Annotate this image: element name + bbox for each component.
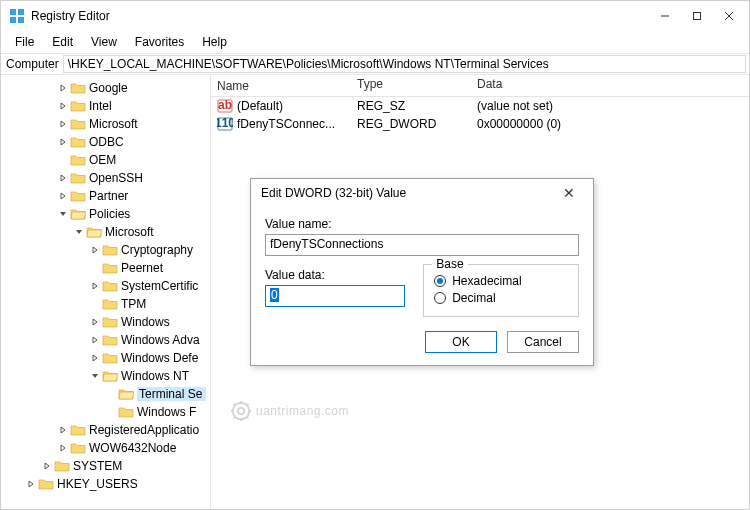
radio-decimal[interactable]: Decimal	[434, 291, 568, 305]
value-data-input[interactable]: 0	[265, 285, 405, 307]
tree-item[interactable]: TPM	[3, 295, 210, 313]
tree-item-label: Policies	[89, 207, 130, 221]
tree-item[interactable]: Policies	[3, 205, 210, 223]
chevron-down-icon[interactable]	[73, 228, 85, 236]
tree-item-label: Microsoft	[89, 117, 138, 131]
tree-item[interactable]: Windows Defe	[3, 349, 210, 367]
value-data-text: 0	[270, 288, 279, 302]
svg-text:110: 110	[217, 116, 233, 130]
close-icon[interactable]: ✕	[555, 181, 583, 205]
tree-item-label: SYSTEM	[73, 459, 122, 473]
menu-file[interactable]: File	[7, 33, 42, 51]
folder-icon	[70, 441, 86, 455]
chevron-right-icon[interactable]	[57, 120, 69, 128]
tree-item[interactable]: ODBC	[3, 133, 210, 151]
close-button[interactable]	[709, 1, 749, 31]
chevron-down-icon[interactable]	[57, 210, 69, 218]
tree-item-label: OpenSSH	[89, 171, 143, 185]
tree-item-label: SystemCertific	[121, 279, 198, 293]
value-name-label: Value name:	[265, 217, 579, 231]
address-input[interactable]: \HKEY_LOCAL_MACHINE\SOFTWARE\Policies\Mi…	[63, 55, 746, 73]
tree-item-label: Windows	[121, 315, 170, 329]
chevron-right-icon[interactable]	[89, 318, 101, 326]
tree-item[interactable]: Intel	[3, 97, 210, 115]
tree-item-label: Windows Adva	[121, 333, 200, 347]
tree-item[interactable]: OEM	[3, 151, 210, 169]
chevron-right-icon[interactable]	[57, 444, 69, 452]
tree-view[interactable]: GoogleIntelMicrosoftODBCOEMOpenSSHPartne…	[1, 75, 211, 509]
chevron-right-icon[interactable]	[57, 102, 69, 110]
chevron-right-icon[interactable]	[89, 246, 101, 254]
col-name[interactable]: Name	[211, 75, 351, 96]
chevron-right-icon[interactable]	[89, 336, 101, 344]
tree-item[interactable]: Windows Adva	[3, 331, 210, 349]
chevron-right-icon[interactable]	[41, 462, 53, 470]
chevron-right-icon[interactable]	[89, 354, 101, 362]
cell-type: REG_DWORD	[351, 117, 471, 131]
tree-item[interactable]: RegisteredApplicatio	[3, 421, 210, 439]
chevron-right-icon[interactable]	[57, 192, 69, 200]
string-icon: ab	[217, 98, 233, 114]
folder-icon	[118, 387, 134, 401]
tree-item[interactable]: Partner	[3, 187, 210, 205]
tree-item[interactable]: SystemCertific	[3, 277, 210, 295]
tree-item-label: Intel	[89, 99, 112, 113]
tree-item-label: Google	[89, 81, 128, 95]
tree-item-label: Partner	[89, 189, 128, 203]
folder-icon	[102, 351, 118, 365]
folder-icon	[102, 279, 118, 293]
folder-icon	[70, 117, 86, 131]
cell-type: REG_SZ	[351, 99, 471, 113]
tree-item[interactable]: Windows NT	[3, 367, 210, 385]
svg-rect-0	[10, 9, 16, 15]
tree-item[interactable]: OpenSSH	[3, 169, 210, 187]
tree-item[interactable]: Peernet	[3, 259, 210, 277]
radio-icon	[434, 275, 446, 287]
dialog-buttons: OK Cancel	[265, 331, 579, 353]
chevron-right-icon[interactable]	[57, 84, 69, 92]
tree-item-label: Windows Defe	[121, 351, 198, 365]
tree-item[interactable]: Microsoft	[3, 223, 210, 241]
menu-favorites[interactable]: Favorites	[127, 33, 192, 51]
menu-help[interactable]: Help	[194, 33, 235, 51]
tree-item[interactable]: WOW6432Node	[3, 439, 210, 457]
folder-icon	[102, 261, 118, 275]
app-icon	[9, 8, 25, 24]
tree-item-label: ODBC	[89, 135, 124, 149]
tree-item[interactable]: HKEY_USERS	[3, 475, 210, 493]
menu-edit[interactable]: Edit	[44, 33, 81, 51]
cell-name: fDenyTSConnec...	[237, 117, 335, 131]
cancel-button[interactable]: Cancel	[507, 331, 579, 353]
list-row[interactable]: 110fDenyTSConnec...REG_DWORD0x00000000 (…	[211, 115, 749, 133]
tree-item[interactable]: Microsoft	[3, 115, 210, 133]
chevron-right-icon[interactable]	[25, 480, 37, 488]
tree-item[interactable]: SYSTEM	[3, 457, 210, 475]
chevron-right-icon[interactable]	[57, 426, 69, 434]
tree-item[interactable]: Terminal Se	[3, 385, 210, 403]
chevron-right-icon[interactable]	[89, 282, 101, 290]
tree-item[interactable]: Cryptography	[3, 241, 210, 259]
list-header: Name Type Data	[211, 75, 749, 97]
menu-view[interactable]: View	[83, 33, 125, 51]
tree-item[interactable]: Google	[3, 79, 210, 97]
ok-button[interactable]: OK	[425, 331, 497, 353]
col-type[interactable]: Type	[351, 75, 471, 96]
list-row[interactable]: ab(Default)REG_SZ(value not set)	[211, 97, 749, 115]
folder-icon	[70, 207, 86, 221]
tree-item[interactable]: Windows	[3, 313, 210, 331]
value-name-input[interactable]: fDenyTSConnections	[265, 234, 579, 256]
tree-item-label: WOW6432Node	[89, 441, 176, 455]
menubar: File Edit View Favorites Help	[1, 31, 749, 53]
folder-icon	[86, 225, 102, 239]
base-fieldset: Base Hexadecimal Decimal	[423, 264, 579, 317]
tree-item[interactable]: Windows F	[3, 403, 210, 421]
col-data[interactable]: Data	[471, 75, 749, 96]
chevron-right-icon[interactable]	[57, 138, 69, 146]
folder-icon	[70, 189, 86, 203]
radio-hexadecimal[interactable]: Hexadecimal	[434, 274, 568, 288]
dialog-body: Value name: fDenyTSConnections Value dat…	[251, 207, 593, 365]
chevron-right-icon[interactable]	[57, 174, 69, 182]
chevron-down-icon[interactable]	[89, 372, 101, 380]
hex-label: Hexadecimal	[452, 274, 521, 288]
dword-icon: 110	[217, 116, 233, 132]
